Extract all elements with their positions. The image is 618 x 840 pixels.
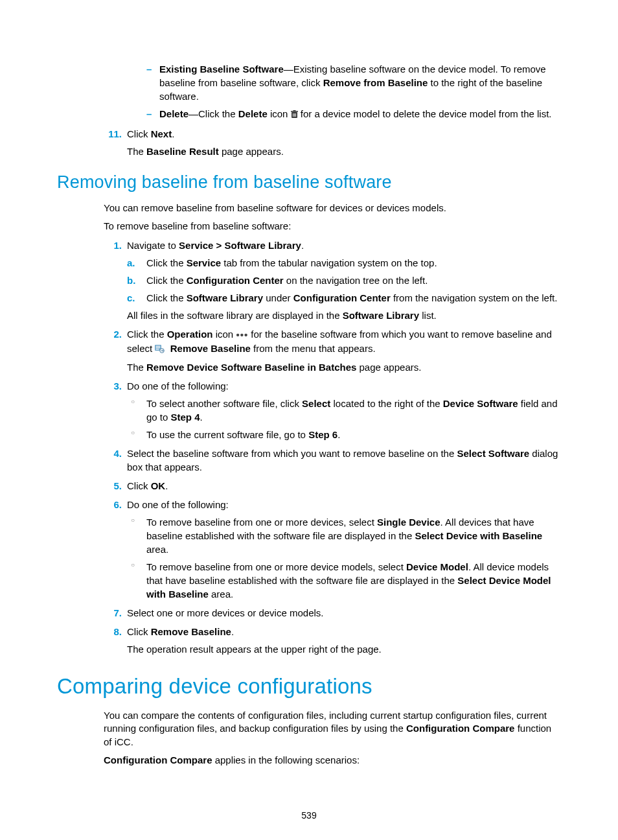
bold-text: Configuration Compare: [104, 754, 212, 765]
ordered-list-top: 11. Click Next. The Baseline Result page…: [104, 127, 561, 158]
option-item: To select another software file, click S…: [127, 397, 561, 424]
bold-text: Device Software: [443, 398, 518, 409]
text: All files in the software library are di…: [127, 310, 343, 321]
bold-text: Remove Baseline: [151, 626, 231, 637]
step-number: 6.: [104, 498, 122, 511]
bold-text: Remove Device Software Baseline in Batch…: [146, 362, 356, 373]
alpha-marker: c.: [127, 291, 135, 305]
option-item: To remove baseline from one or more devi…: [127, 515, 561, 556]
text: .: [200, 412, 203, 423]
text: Do one of the following:: [127, 499, 229, 510]
text: .: [301, 240, 304, 251]
step-number: 7.: [104, 606, 122, 620]
bold-text: Remove Baseline: [170, 343, 251, 354]
text: Navigate to: [127, 240, 179, 251]
text: Select the baseline software from which …: [127, 448, 457, 459]
option-item: To use the current software file, go to …: [127, 428, 561, 441]
svg-rect-2: [293, 110, 295, 111]
step-2: 2. Click the Operation icon ••• for the …: [104, 327, 561, 375]
text: The: [127, 362, 146, 373]
step-number: 1.: [104, 239, 122, 252]
text: Click: [127, 128, 151, 139]
bold-text: Software Library: [343, 310, 419, 321]
section-body: You can remove baseline from baseline so…: [104, 202, 561, 656]
text: located to the right of the: [330, 398, 442, 409]
dash-item-delete: Delete—Click the Delete icon for a devic…: [144, 107, 561, 122]
step-number: 4.: [104, 447, 122, 460]
text: To remove baseline from one or more devi…: [146, 517, 377, 528]
ellipsis-icon: •••: [236, 328, 248, 342]
text: .: [338, 429, 340, 440]
bold-text: Single Device: [377, 517, 441, 528]
paragraph: You can compare the contents of configur…: [104, 709, 561, 749]
text: applies in the following scenarios:: [212, 754, 360, 765]
text: under: [263, 292, 293, 303]
text: The: [127, 146, 146, 157]
page-number: 539: [0, 810, 618, 821]
text: icon: [268, 108, 291, 119]
heading-removing-baseline: Removing baseline from baseline software: [57, 172, 561, 192]
dash-list-top: Existing Baseline Software—Existing base…: [144, 62, 561, 122]
step-11-result: The Baseline Result page appears.: [127, 145, 561, 158]
bold-text: Operation: [167, 329, 213, 340]
step-2-result: The Remove Device Software Baseline in B…: [127, 360, 561, 374]
section-body: You can compare the contents of configur…: [104, 709, 561, 767]
step-number: 2.: [104, 327, 122, 341]
text: area.: [146, 544, 168, 555]
svg-rect-8: [156, 347, 161, 348]
bold-text: Service: [187, 257, 221, 268]
step-11: 11. Click Next. The Baseline Result page…: [104, 127, 561, 158]
substep-a: a.Click the Service tab from the tabular…: [127, 256, 561, 270]
step-1: 1. Navigate to Service > Software Librar…: [104, 239, 561, 322]
svg-rect-9: [156, 349, 159, 349]
text: page appears.: [356, 362, 421, 373]
bold-text: Select Device with Baseline: [415, 530, 542, 541]
substep-b: b.Click the Configuration Center on the …: [127, 274, 561, 287]
circle-list: To remove baseline from one or more devi…: [127, 515, 561, 601]
paragraph: Configuration Compare applies in the fol…: [104, 754, 561, 767]
alpha-list: a.Click the Service tab from the tabular…: [127, 256, 561, 305]
ordered-list-removing: 1. Navigate to Service > Software Librar…: [104, 239, 561, 657]
text: To use the current software file, go to: [146, 429, 308, 440]
substep-c: c.Click the Software Library under Confi…: [127, 291, 561, 305]
alpha-marker: a.: [127, 256, 135, 270]
bold-text: Configuration Center: [187, 275, 284, 286]
text: To remove baseline from one or more devi…: [146, 561, 406, 572]
text: page appears.: [219, 146, 284, 157]
bold-text: Configuration Center: [293, 292, 391, 303]
bold-text: Baseline Result: [146, 146, 219, 157]
text: Click: [127, 480, 151, 491]
step-8: 8. Click Remove Baseline. The operation …: [104, 625, 561, 656]
step-6: 6. Do one of the following: To remove ba…: [104, 498, 561, 601]
text: for a device model to delete the device …: [301, 108, 552, 119]
circle-list: To select another software file, click S…: [127, 397, 561, 441]
step-number: 5.: [104, 479, 122, 493]
remove-baseline-icon: [155, 343, 165, 356]
bold-text: Remove from Baseline: [323, 77, 428, 88]
step-7: 7. Select one or more devices or device …: [104, 606, 561, 620]
text: .: [172, 128, 174, 139]
step-8-result: The operation result appears at the uppe…: [127, 642, 561, 656]
step-5: 5. Click OK.: [104, 479, 561, 493]
text: —Click the: [189, 108, 238, 119]
heading-comparing-configs: Comparing device configurations: [57, 674, 561, 699]
dash-item-existing-baseline: Existing Baseline Software—Existing base…: [144, 62, 561, 103]
text: .: [165, 480, 168, 491]
bold-text: Step 4: [171, 412, 200, 423]
bold-text: Select: [302, 398, 330, 409]
bold-text: Next: [151, 128, 172, 139]
bold-text: Existing Baseline Software: [159, 64, 284, 75]
bold-text: Device Model: [406, 561, 468, 572]
option-item: To remove baseline from one or more devi…: [127, 560, 561, 601]
bold-text: Step 6: [308, 429, 338, 440]
step-number: 8.: [104, 625, 122, 638]
step-3: 3. Do one of the following: To select an…: [104, 379, 561, 441]
alpha-marker: b.: [127, 274, 135, 287]
text: Click: [127, 626, 151, 637]
text: list.: [419, 310, 437, 321]
bold-text: Software Library: [187, 292, 263, 303]
step-number: 11.: [104, 127, 122, 141]
text: Click the: [146, 257, 187, 268]
text: Click the: [146, 292, 187, 303]
text: Click the: [127, 329, 167, 340]
